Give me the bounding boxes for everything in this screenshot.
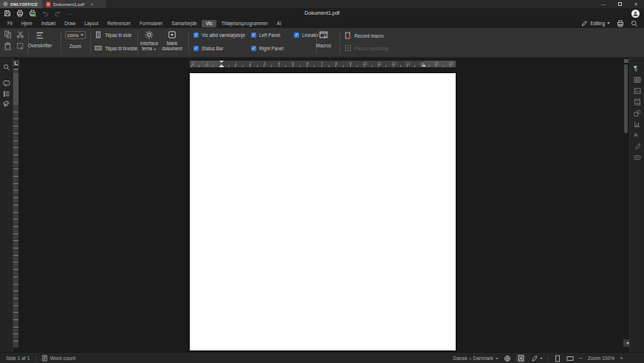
tab-indsaet[interactable]: Indsæt [37, 20, 61, 27]
zoom-in-button[interactable]: + [620, 355, 623, 362]
tab-layout[interactable]: Layout [80, 20, 103, 27]
cut-button[interactable] [16, 30, 24, 38]
tab-hjem[interactable]: Hjem [17, 20, 37, 27]
divider [340, 32, 340, 54]
fit-page-button[interactable]: Tilpas til side [95, 31, 131, 38]
checkbox-right-panel[interactable]: Right Panel [251, 46, 284, 51]
record-macro-button[interactable]: Record macro [344, 32, 384, 39]
form-settings-button[interactable] [634, 154, 641, 161]
page-count-label[interactable]: Side 1 af 1 [6, 356, 30, 361]
scroll-up-button[interactable] [624, 59, 628, 63]
checkbox-left-panel[interactable]: Left Panel [251, 33, 280, 38]
interface-theme-button[interactable] [145, 30, 154, 39]
headings-icon [35, 31, 44, 40]
horizontal-ruler[interactable]: 2112345678910111213141516 [190, 61, 456, 67]
word-count-button[interactable]: Word count [41, 355, 76, 362]
quick-print-button[interactable] [29, 10, 36, 17]
paragraph-settings-button[interactable]: ¶ [634, 65, 637, 72]
quick-access-toolbar: … [4, 8, 72, 18]
print-button[interactable] [16, 10, 24, 17]
ribbon-tabs: Fil Hjem Indsæt Draw Layout Referencer F… [0, 18, 644, 28]
fit-width-button-status[interactable] [566, 355, 574, 362]
copy-button[interactable] [4, 30, 12, 38]
redo-button[interactable] [54, 10, 61, 17]
document-tab[interactable]: Dokument1.pdf ✕ [42, 0, 106, 8]
spell-check-button[interactable] [516, 354, 525, 362]
tab-referencer[interactable]: Referencer [103, 20, 135, 27]
feedback-sidebar-button[interactable] [3, 100, 10, 107]
quick-print-icon [29, 10, 36, 17]
vertical-scrollbar[interactable] [624, 64, 628, 133]
search-sidebar-button[interactable] [3, 64, 10, 71]
comments-sidebar-button[interactable] [3, 80, 10, 87]
tab-ai[interactable]: AI [273, 20, 286, 27]
document-language-button[interactable]: Dansk – Danmark [453, 356, 499, 361]
undo-icon [41, 10, 49, 17]
headings-button[interactable] [35, 31, 44, 40]
document-title: Dokument1.pdf [0, 8, 644, 18]
maximize-button[interactable] [612, 0, 628, 8]
zoom-dropdown[interactable]: 100% [65, 31, 86, 39]
macros-button[interactable] [319, 30, 328, 39]
header-footer-settings-button[interactable] [634, 98, 641, 106]
close-button[interactable]: ✕ [628, 0, 644, 8]
checkbox-always-show-toolbar[interactable]: Vis altid værktøjslinje [193, 33, 245, 38]
vertical-ruler-margin[interactable] [13, 73, 18, 105]
more-button[interactable]: … [66, 11, 72, 16]
close-tab-icon[interactable]: ✕ [90, 2, 94, 7]
vertical-ruler[interactable] [13, 68, 18, 347]
paste-icon [4, 42, 12, 50]
signature-settings-button[interactable] [634, 143, 641, 150]
undo-button[interactable] [41, 10, 49, 17]
first-line-indent-marker[interactable] [219, 61, 224, 63]
tab-fil[interactable]: Fil [3, 20, 17, 27]
editing-mode-button[interactable]: Editing [581, 20, 610, 27]
print-icon [617, 20, 624, 27]
fit-width-button[interactable]: Tilpas til bredde [95, 44, 137, 52]
tab-samarbejde[interactable]: Samarbejde [167, 20, 201, 27]
checkbox-rulers[interactable]: Linealer [294, 33, 318, 38]
table-settings-button[interactable] [634, 76, 641, 84]
quill-icon [530, 355, 538, 362]
pause-recording-button[interactable]: Pause recording [344, 44, 388, 52]
record-macro-icon [344, 32, 352, 39]
dark-document-button[interactable] [168, 30, 177, 39]
tab-vis[interactable]: Vis [202, 20, 217, 27]
track-changes-button[interactable] [530, 355, 543, 362]
chart-settings-button[interactable] [634, 121, 641, 128]
globe-icon [504, 355, 511, 362]
shape-settings-button[interactable] [634, 109, 641, 117]
word-count-icon [41, 355, 48, 362]
tab-draw[interactable]: Draw [60, 20, 80, 27]
tab-formularer[interactable]: Formularer [135, 20, 167, 27]
checkbox-icon[interactable] [193, 33, 199, 38]
set-language-button[interactable] [504, 355, 511, 362]
image-settings-button[interactable] [634, 87, 641, 95]
headings-label[interactable]: Overskrifter [22, 43, 58, 48]
tab-stop-selector[interactable] [13, 60, 19, 67]
quick-print-button-top[interactable] [617, 20, 624, 27]
document-page[interactable] [190, 73, 456, 350]
left-indent-box[interactable] [219, 67, 224, 68]
search-button[interactable] [631, 20, 638, 27]
tab-tilfoejelsesprogrammer[interactable]: Tilføjelsesprogrammer [216, 20, 272, 27]
avatar[interactable] [631, 10, 640, 18]
minimize-button[interactable]: — [595, 0, 612, 8]
save-button[interactable] [4, 10, 11, 17]
signature-pen-icon [634, 143, 641, 150]
divider [61, 32, 61, 54]
checkbox-icon[interactable] [251, 33, 256, 38]
right-indent-marker[interactable] [422, 64, 426, 67]
paste-button[interactable] [4, 42, 12, 50]
checkbox-icon[interactable] [193, 46, 199, 51]
zoom-out-button[interactable]: − [579, 355, 583, 362]
checkbox-status-bar[interactable]: Status Bar [193, 46, 223, 51]
text-art-settings-button[interactable]: A [634, 132, 638, 138]
navigation-sidebar-button[interactable] [3, 90, 10, 98]
app-logo[interactable]: ONLYOFFICE [0, 0, 42, 8]
user-icon [632, 10, 639, 17]
fit-page-button-status[interactable] [554, 355, 561, 362]
zoom-group-label: Zoom [65, 44, 86, 49]
checkbox-icon[interactable] [294, 33, 299, 38]
checkbox-icon[interactable] [251, 46, 256, 51]
